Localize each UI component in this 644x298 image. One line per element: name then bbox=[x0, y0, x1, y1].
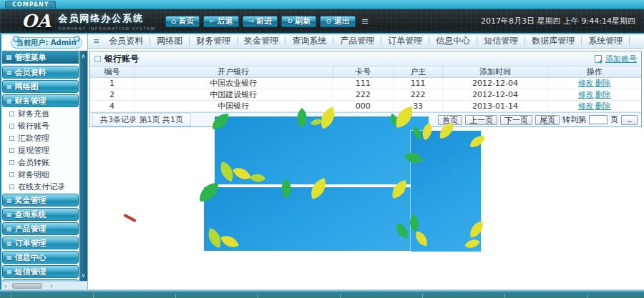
tab-product[interactable]: 产品管理 bbox=[333, 36, 381, 46]
scroll-up-icon[interactable]: ∧ bbox=[82, 53, 86, 59]
app-title-block: 会员网络办公系统 COMPANY INFORMATION SYSTEM bbox=[58, 12, 155, 31]
leaf-icon bbox=[464, 236, 480, 252]
square-icon bbox=[9, 160, 14, 165]
cell-actions: 修改删除 bbox=[547, 78, 641, 89]
checkbox-icon[interactable] bbox=[94, 56, 101, 62]
go-button[interactable]: → bbox=[621, 115, 638, 125]
square-icon bbox=[9, 184, 14, 189]
cell-card: 111 bbox=[333, 78, 394, 89]
tab-query-system[interactable]: 查询系统 bbox=[286, 36, 333, 46]
sidebar-item-member-info[interactable]: ▦ 会员资料 bbox=[2, 66, 79, 79]
cell-card: 000 bbox=[333, 101, 394, 112]
back-button[interactable]: ← 后退 bbox=[203, 16, 238, 27]
forward-icon: → bbox=[248, 17, 254, 25]
leaf-icon bbox=[250, 170, 266, 187]
add-account-link[interactable]: 添加账号 bbox=[605, 54, 637, 64]
subitem-finance-recharge[interactable]: 财务充值 bbox=[2, 108, 79, 120]
sidebar-item-order[interactable]: ▦ 订单管理 bbox=[2, 237, 79, 249]
sidebar-item-network-map[interactable]: ▦ 网络图 bbox=[2, 80, 79, 93]
leaf-icon bbox=[414, 232, 429, 247]
tab-finance[interactable]: 财务管理 bbox=[190, 36, 238, 46]
square-icon bbox=[9, 111, 14, 116]
cell-owner: 222 bbox=[393, 89, 442, 101]
cell-date: 2013-01-14 bbox=[443, 101, 547, 112]
grid-icon: ▦ bbox=[6, 98, 12, 104]
subitem-withdrawal[interactable]: 提现管理 bbox=[2, 144, 79, 157]
logout-button[interactable]: ⊙ 退出 bbox=[320, 16, 355, 27]
sidebar-item-finance[interactable]: ▦ 财务管理 bbox=[2, 94, 79, 107]
cell-owner: 111 bbox=[393, 78, 442, 89]
cell-card: 222 bbox=[333, 89, 394, 101]
sidebar-item-query-system[interactable]: ▦ 查询系统 bbox=[2, 208, 79, 221]
refresh-icon: ↻ bbox=[287, 17, 293, 25]
tab-message-center[interactable]: 信息中心 bbox=[429, 36, 477, 46]
company-tab[interactable]: COMPANY bbox=[5, 1, 56, 9]
scrollbar-thumb[interactable] bbox=[12, 283, 42, 289]
tab-system[interactable]: 系统管理 bbox=[582, 36, 630, 46]
last-page-button[interactable]: 尾页 bbox=[535, 115, 560, 125]
section-header: 银行账号 添加账号 bbox=[90, 51, 641, 66]
goto-page-prefix: 转到第 bbox=[562, 114, 586, 125]
cell-date: 2012-12-04 bbox=[443, 89, 547, 101]
delete-link[interactable]: 删除 bbox=[595, 79, 611, 88]
col-bank: 开户银行 bbox=[135, 66, 333, 78]
sidebar-item-label: 会员资料 bbox=[15, 67, 47, 78]
goto-page-input[interactable] bbox=[589, 115, 608, 124]
sidebar-item-label: 网络图 bbox=[15, 81, 39, 92]
pagination: 首页 上一页 下一页 尾页 转到第 页 → bbox=[438, 114, 639, 125]
home-icon: ⌂ bbox=[171, 17, 176, 25]
hamburger-menu-icon[interactable]: ≡ bbox=[361, 16, 369, 26]
refresh-button[interactable]: ↻ 刷新 bbox=[281, 16, 316, 27]
current-user-label: 当前用户: Admin bbox=[16, 38, 76, 48]
sidebar-item-message-center[interactable]: ▦ 信息中心 bbox=[2, 251, 79, 264]
sidebar-item-sms[interactable]: ▦ 短信管理 bbox=[2, 265, 79, 278]
leaf-icon bbox=[311, 116, 322, 128]
sidebar-horizontal-scrollbar[interactable]: ‹ › bbox=[1, 281, 87, 289]
subitem-finance-detail[interactable]: 财务明细 bbox=[2, 169, 79, 181]
add-account-icon bbox=[595, 55, 602, 63]
tab-member-info[interactable]: 会员资料 bbox=[102, 36, 150, 46]
forward-button[interactable]: → 前进 bbox=[243, 16, 278, 27]
back-button-label: 后退 bbox=[218, 16, 233, 26]
next-page-button[interactable]: 下一页 bbox=[500, 115, 532, 125]
col-owner: 户主 bbox=[393, 66, 442, 78]
square-icon bbox=[9, 136, 14, 141]
sidebar-menu: ▦ 管理菜单 ▦ 会员资料 ▦ 网络图 ▦ 财务管理 bbox=[1, 51, 87, 281]
grid-icon: ▦ bbox=[6, 54, 12, 61]
leaf-icon bbox=[395, 224, 410, 239]
subitem-bank-account[interactable]: 银行账号 bbox=[2, 120, 79, 132]
prev-page-button[interactable]: 上一页 bbox=[465, 115, 497, 125]
sidebar-item-label: 财务管理 bbox=[15, 96, 47, 106]
tab-network-map[interactable]: 网络图 bbox=[150, 36, 190, 46]
page-title: 银行账号 bbox=[104, 53, 139, 65]
table-header-row: 编号 开户银行 卡号 户主 添加时间 操作 bbox=[90, 66, 641, 78]
scroll-down-icon[interactable]: ∨ bbox=[82, 272, 86, 279]
cell-id: 2 bbox=[90, 89, 135, 101]
grid-icon: ▦ bbox=[6, 240, 12, 247]
sidebar-item-product[interactable]: ▦ 产品管理 bbox=[2, 222, 79, 235]
edit-link[interactable]: 修改 bbox=[578, 90, 594, 99]
tab-order[interactable]: 订单管理 bbox=[381, 36, 429, 46]
scroll-left-icon[interactable]: ‹ bbox=[4, 282, 7, 289]
subitem-remittance[interactable]: 汇款管理 bbox=[2, 132, 79, 144]
sidebar-item-bonus[interactable]: ▦ 奖金管理 bbox=[2, 194, 79, 207]
edit-link[interactable]: 修改 bbox=[578, 79, 594, 88]
col-card: 卡号 bbox=[333, 66, 394, 78]
logout-button-label: 退出 bbox=[334, 16, 350, 26]
subitem-member-transfer[interactable]: 会员转账 bbox=[2, 157, 79, 169]
delete-link[interactable]: 删除 bbox=[595, 101, 611, 111]
tab-bonus[interactable]: 奖金管理 bbox=[238, 36, 286, 46]
oa-logo: OA bbox=[21, 11, 51, 31]
grid-icon: ▦ bbox=[6, 226, 12, 232]
cell-owner: 33 bbox=[393, 101, 442, 112]
tab-database[interactable]: 数据库管理 bbox=[525, 36, 582, 46]
cell-bank: 中国建设银行 bbox=[135, 89, 333, 101]
sidebar-vertical-scrollbar[interactable]: ∧ ∨ bbox=[79, 51, 87, 281]
subitem-online-payment-records[interactable]: 在线支付记录 bbox=[2, 181, 79, 193]
module-tab-bar: ≡ 会员资料 网络图 财务管理 奖金管理 查询系统 产品管理 订单管理 信息中心… bbox=[88, 34, 644, 49]
edit-link[interactable]: 修改 bbox=[578, 101, 594, 111]
tab-sms[interactable]: 短信管理 bbox=[477, 36, 525, 46]
home-button[interactable]: ⌂ 首页 bbox=[165, 16, 200, 27]
scroll-right-icon[interactable]: › bbox=[51, 282, 54, 289]
delete-link[interactable]: 删除 bbox=[595, 90, 611, 99]
